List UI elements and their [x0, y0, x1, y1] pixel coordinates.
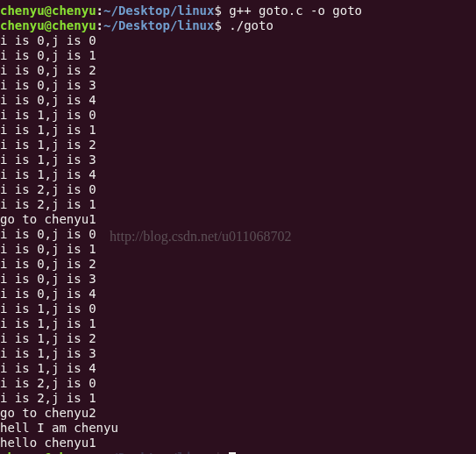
- output-line: i is 0,j is 3: [0, 78, 476, 93]
- cwd-path: ~/Desktop/linux: [103, 4, 214, 18]
- terminal[interactable]: chenyu@chenyu:~/Desktop/linux$ g++ goto.…: [0, 4, 476, 454]
- output-line: i is 0,j is 0: [0, 227, 476, 242]
- user: chenyu: [0, 18, 45, 32]
- output-line: i is 0,j is 2: [0, 257, 476, 272]
- output-line: go to chenyu1: [0, 212, 476, 227]
- output-line: i is 1,j is 1: [0, 123, 476, 138]
- output-line: i is 1,j is 4: [0, 167, 476, 182]
- host: chenyu: [52, 18, 96, 32]
- output-line: i is 1,j is 4: [0, 361, 476, 376]
- at-sign: @: [45, 4, 52, 18]
- colon: :: [96, 450, 103, 454]
- at-sign: @: [45, 18, 52, 32]
- dollar: $: [214, 450, 229, 454]
- dollar: $: [214, 4, 229, 18]
- output-line: go to chenyu2: [0, 406, 476, 421]
- output-line: i is 0,j is 1: [0, 242, 476, 257]
- at-sign: @: [45, 450, 52, 454]
- output-line: i is 2,j is 1: [0, 391, 476, 406]
- user: chenyu: [0, 4, 45, 18]
- output-line: hell I am chenyu: [0, 421, 476, 436]
- host: chenyu: [52, 450, 96, 454]
- output-line: i is 2,j is 1: [0, 197, 476, 212]
- output-line: i is 0,j is 2: [0, 63, 476, 78]
- output-line: i is 1,j is 3: [0, 346, 476, 361]
- output-line: i is 1,j is 3: [0, 153, 476, 167]
- output-line: hello chenyu1: [0, 436, 476, 450]
- dollar: $: [214, 18, 229, 32]
- output-line: i is 0,j is 0: [0, 33, 476, 48]
- output-line: i is 0,j is 3: [0, 272, 476, 287]
- output-line: i is 2,j is 0: [0, 182, 476, 197]
- user: chenyu: [0, 450, 45, 454]
- prompt-line-current: chenyu@chenyu:~/Desktop/linux$: [0, 450, 476, 454]
- colon: :: [96, 18, 103, 32]
- output-line: i is 1,j is 0: [0, 301, 476, 316]
- output-line: i is 1,j is 2: [0, 138, 476, 153]
- host: chenyu: [52, 4, 96, 18]
- output-line: i is 2,j is 0: [0, 376, 476, 391]
- prompt-line-compile: chenyu@chenyu:~/Desktop/linux$ g++ goto.…: [0, 4, 476, 18]
- cwd-path-partial: ~/Desktop/linux: [103, 450, 214, 454]
- command-run: ./goto: [229, 18, 274, 32]
- output-line: i is 1,j is 1: [0, 316, 476, 331]
- prompt-line-run: chenyu@chenyu:~/Desktop/linux$ ./goto: [0, 18, 476, 33]
- colon: :: [96, 4, 103, 18]
- cwd-path: ~/Desktop/linux: [103, 18, 214, 32]
- output-line: i is 1,j is 0: [0, 108, 476, 123]
- output-line: i is 1,j is 2: [0, 331, 476, 346]
- program-output: i is 0,j is 0i is 0,j is 1i is 0,j is 2i…: [0, 33, 476, 450]
- output-line: i is 0,j is 4: [0, 93, 476, 108]
- output-line: i is 0,j is 4: [0, 287, 476, 301]
- output-line: i is 0,j is 1: [0, 48, 476, 63]
- command-compile: g++ goto.c -o goto: [229, 4, 362, 18]
